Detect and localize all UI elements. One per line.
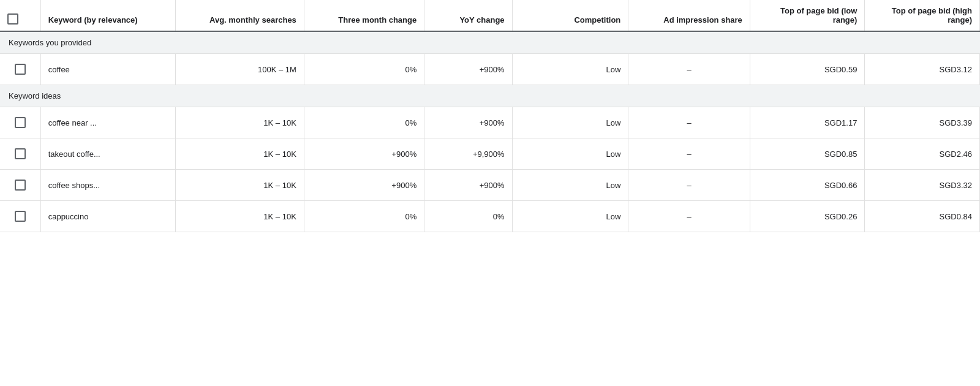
row-yoy: +900%	[424, 107, 512, 138]
row-yoy: +900%	[424, 170, 512, 201]
row-avg: 1K – 10K	[176, 107, 304, 138]
row-bid-high: SGD3.32	[865, 170, 980, 201]
row-keyword: coffee near ...	[40, 107, 176, 138]
table-row: coffee near ...1K – 10K0%+900%Low–SGD1.1…	[0, 107, 980, 138]
row-keyword: coffee	[40, 54, 176, 85]
row-three-month: +900%	[304, 170, 424, 201]
select-all-checkbox[interactable]	[7, 13, 18, 25]
row-bid-low: SGD0.85	[750, 138, 865, 170]
row-checkbox[interactable]	[15, 180, 26, 191]
row-checkbox-cell[interactable]	[0, 201, 40, 232]
row-checkbox[interactable]	[15, 117, 26, 128]
row-competition: Low	[512, 170, 628, 201]
row-adshare: –	[628, 170, 750, 201]
select-all-header[interactable]	[0, 0, 40, 31]
row-bid-high: SGD0.84	[865, 201, 980, 232]
section-header-label: Keyword ideas	[0, 85, 980, 107]
row-bid-high: SGD3.12	[865, 54, 980, 85]
row-bid-low: SGD0.26	[750, 201, 865, 232]
row-keyword: cappuccino	[40, 201, 176, 232]
row-adshare: –	[628, 138, 750, 170]
row-avg: 1K – 10K	[176, 170, 304, 201]
row-checkbox[interactable]	[15, 211, 26, 222]
row-competition: Low	[512, 107, 628, 138]
col-header-avg: Avg. monthly searches	[176, 0, 304, 31]
section-header-row: Keyword ideas	[0, 85, 980, 107]
section-header-label: Keywords you provided	[0, 31, 980, 54]
row-bid-low: SGD1.17	[750, 107, 865, 138]
table-row: coffee shops...1K – 10K+900%+900%Low–SGD…	[0, 170, 980, 201]
row-adshare: –	[628, 107, 750, 138]
table-row: takeout coffe...1K – 10K+900%+9,900%Low–…	[0, 138, 980, 170]
row-avg: 1K – 10K	[176, 201, 304, 232]
row-yoy: 0%	[424, 201, 512, 232]
row-checkbox-cell[interactable]	[0, 54, 40, 85]
row-three-month: 0%	[304, 201, 424, 232]
row-checkbox-cell[interactable]	[0, 107, 40, 138]
row-adshare: –	[628, 201, 750, 232]
row-competition: Low	[512, 138, 628, 170]
row-avg: 1K – 10K	[176, 138, 304, 170]
col-header-adshare: Ad impression share	[628, 0, 750, 31]
row-competition: Low	[512, 54, 628, 85]
table-row: cappuccino1K – 10K0%0%Low–SGD0.26SGD0.84	[0, 201, 980, 232]
row-bid-low: SGD0.59	[750, 54, 865, 85]
row-adshare: –	[628, 54, 750, 85]
row-three-month: 0%	[304, 107, 424, 138]
row-keyword: coffee shops...	[40, 170, 176, 201]
col-header-three: Three month change	[304, 0, 424, 31]
row-checkbox-cell[interactable]	[0, 138, 40, 170]
table-row: coffee100K – 1M0%+900%Low–SGD0.59SGD3.12	[0, 54, 980, 85]
col-header-low: Top of page bid (low range)	[750, 0, 865, 31]
row-checkbox[interactable]	[15, 148, 26, 159]
row-keyword: takeout coffe...	[40, 138, 176, 170]
col-header-high: Top of page bid (high range)	[865, 0, 980, 31]
row-checkbox[interactable]	[15, 64, 26, 75]
row-three-month: +900%	[304, 138, 424, 170]
row-bid-low: SGD0.66	[750, 170, 865, 201]
row-three-month: 0%	[304, 54, 424, 85]
row-competition: Low	[512, 201, 628, 232]
col-header-comp: Competition	[512, 0, 628, 31]
col-header-yoy: YoY change	[424, 0, 512, 31]
row-avg: 100K – 1M	[176, 54, 304, 85]
row-yoy: +900%	[424, 54, 512, 85]
row-bid-high: SGD3.39	[865, 107, 980, 138]
section-header-row: Keywords you provided	[0, 31, 980, 54]
col-header-keyword: Keyword (by relevance)	[40, 0, 176, 31]
row-bid-high: SGD2.46	[865, 138, 980, 170]
row-yoy: +9,900%	[424, 138, 512, 170]
row-checkbox-cell[interactable]	[0, 170, 40, 201]
